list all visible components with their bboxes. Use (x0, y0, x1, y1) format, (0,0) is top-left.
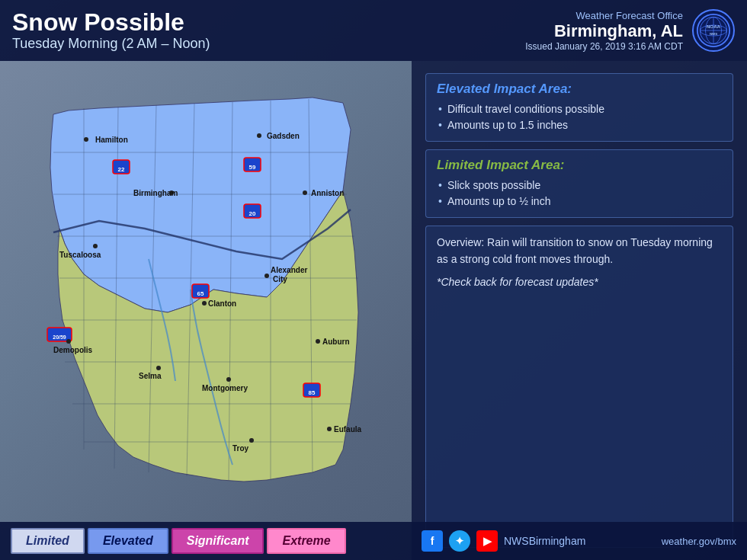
svg-text:NOAA: NOAA (707, 24, 721, 29)
nws-logo: NOAA NWS (692, 9, 735, 52)
interstate-2059: 20/59 (53, 334, 66, 340)
title-area: Snow Possible Tuesday Morning (2 AM – No… (12, 9, 210, 52)
city-dot-alexander-city (264, 274, 269, 278)
city-dot-anniston (303, 190, 307, 195)
overview-text: Overview: Rain will transition to snow o… (437, 234, 722, 268)
city-label-selma: Selma (139, 372, 162, 380)
city-label-birmingham: Birmingham (133, 189, 178, 197)
main-container: Snow Possible Tuesday Morning (2 AM – No… (0, 0, 747, 560)
city-dot-montgomery (226, 377, 231, 382)
city-dot-gadsden (257, 133, 261, 138)
elevated-impact-list: Difficult travel conditions possible Amo… (437, 101, 722, 133)
check-back-text: *Check back for forecast updates* (437, 276, 722, 288)
limited-impact-list: Slick spots possible Amounts up to ½ inc… (437, 178, 722, 210)
city-label-alexander-city2: City (273, 275, 287, 283)
elevated-impact-section: Elevated Impact Area: Difficult travel c… (425, 73, 733, 142)
interstate-20: 20 (249, 210, 256, 217)
content-area: 22 59 20 65 20/59 85 Hamilton (0, 61, 747, 560)
city-dot-selma (156, 366, 161, 370)
interstate-22: 22 (118, 166, 125, 173)
youtube-icon[interactable]: ▶ (476, 530, 498, 552)
elevated-bullet-2: Amounts up to 1.5 inches (437, 117, 722, 133)
limited-impact-section: Limited Impact Area: Slick spots possibl… (425, 149, 733, 218)
city-label-auburn: Auburn (322, 338, 350, 346)
city-dot-clanton (202, 301, 207, 306)
city-label-clanton: Clanton (208, 299, 236, 308)
city-label-gadsden: Gadsden (267, 132, 300, 140)
social-handle: NWSBirmingham (504, 535, 585, 547)
city-dot-hamilton (84, 137, 88, 142)
city-label-demopolis: Demopolis (53, 346, 93, 354)
interstate-59: 59 (249, 164, 256, 171)
map-svg: 22 59 20 65 20/59 85 Hamilton (8, 69, 404, 510)
city-dot-troy (249, 438, 254, 443)
city-label-alexander-city: Alexander (271, 266, 307, 274)
interstate-65: 65 (197, 290, 204, 297)
city-label-tuscaloosa: Tuscaloosa (59, 251, 101, 259)
city-dot-demopolis (66, 339, 71, 344)
city-label-montgomery: Montgomery (202, 384, 248, 392)
page-title: Snow Possible (12, 9, 210, 36)
legend-limited: Limited (11, 528, 85, 554)
legend-significant: Significant (172, 528, 264, 554)
svg-text:NWS: NWS (710, 32, 717, 36)
twitter-icon[interactable]: ✦ (449, 530, 470, 552)
city-label-troy: Troy (232, 444, 249, 453)
header-right: Weather Forecast Office Birmingham, AL I… (525, 9, 735, 52)
top-bar: Snow Possible Tuesday Morning (2 AM – No… (0, 0, 747, 61)
social-links: f ✦ ▶ NWSBirmingham (422, 530, 585, 552)
city-dot-tuscaloosa (93, 244, 98, 248)
city-label-eufaula: Eufaula (334, 425, 362, 434)
limited-bullet-2: Amounts up to ½ inch (437, 194, 722, 210)
city-label-anniston: Anniston (311, 189, 344, 197)
city-dot-eufaula (327, 427, 332, 431)
map-area: 22 59 20 65 20/59 85 Hamilton (0, 61, 412, 560)
city-dot-auburn (316, 339, 320, 344)
legend-items: Limited Elevated Significant Extreme (11, 528, 346, 554)
nws-info: Weather Forecast Office Birmingham, AL I… (525, 10, 683, 52)
facebook-icon[interactable]: f (422, 530, 443, 552)
website-url: weather.gov/bmx (662, 536, 736, 547)
info-panel: Elevated Impact Area: Difficult travel c… (412, 61, 747, 560)
city-label-hamilton: Hamilton (95, 136, 128, 144)
interstate-85: 85 (309, 389, 316, 396)
issued-label: Issued January 26, 2019 3:16 AM CDT (525, 41, 683, 52)
elevated-title: Elevated Impact Area: (437, 82, 722, 97)
city-label: Birmingham, AL (525, 21, 683, 41)
limited-bullet-1: Slick spots possible (437, 178, 722, 194)
limited-title: Limited Impact Area: (437, 158, 722, 173)
office-label: Weather Forecast Office (525, 10, 683, 21)
overview-section: Overview: Rain will transition to snow o… (425, 226, 733, 548)
page-subtitle: Tuesday Morning (2 AM – Noon) (12, 36, 210, 52)
legend-bar: Limited Elevated Significant Extreme f ✦… (0, 522, 747, 560)
legend-extreme: Extreme (267, 528, 345, 554)
elevated-bullet-1: Difficult travel conditions possible (437, 101, 722, 117)
legend-elevated: Elevated (88, 528, 168, 554)
